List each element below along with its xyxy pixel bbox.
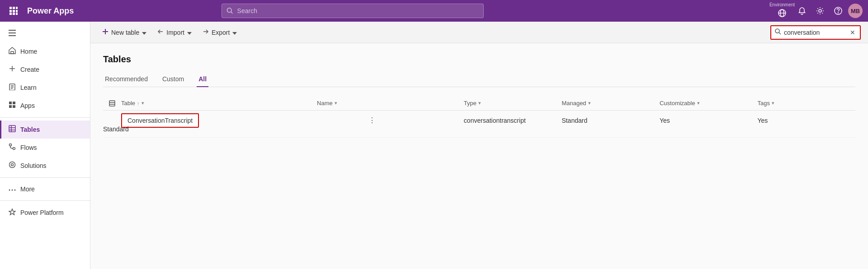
sidebar-item-learn[interactable]: Learn [0, 79, 90, 97]
sidebar-item-solutions[interactable]: Solutions [0, 157, 90, 175]
table-header: Table ↑ ▾ Name ▾ Type ▾ Managed ▾ [103, 96, 855, 111]
svg-point-16 [838, 13, 838, 13]
svg-point-9 [227, 8, 232, 13]
import-dropdown-icon [187, 29, 192, 36]
row-table-name-cell[interactable]: ConversationTranscript [121, 117, 317, 124]
svg-rect-0 [9, 7, 12, 9]
svg-rect-30 [13, 105, 15, 108]
new-table-dropdown-icon [142, 29, 146, 36]
svg-point-39 [9, 190, 10, 191]
svg-rect-18 [9, 32, 16, 33]
environment-icon[interactable] [774, 5, 790, 21]
solutions-icon [9, 161, 16, 170]
row-menu-cell[interactable]: ⋮ [299, 115, 446, 125]
svg-point-36 [13, 148, 15, 150]
tab-custom[interactable]: Custom [160, 72, 186, 87]
table-search-input[interactable] [784, 29, 847, 36]
topbar-search-box[interactable] [222, 4, 484, 18]
table-search-box[interactable]: ✕ [770, 25, 861, 40]
sidebar-learn-label: Learn [20, 84, 37, 91]
customizable-sort-icon[interactable]: ▾ [697, 100, 700, 106]
header-tags-col[interactable]: Tags ▾ [757, 100, 855, 107]
learn-icon [9, 83, 16, 92]
sidebar-item-power-platform[interactable]: Power Platform [0, 204, 90, 222]
svg-rect-29 [9, 105, 12, 108]
help-icon[interactable] [830, 3, 846, 19]
svg-point-46 [775, 29, 779, 33]
svg-line-47 [779, 32, 781, 34]
import-label: Import [166, 29, 184, 36]
grid-menu-icon[interactable] [5, 3, 22, 19]
sidebar-create-label: Create [20, 66, 39, 73]
row-managed-cell: Yes [660, 117, 758, 124]
sidebar-divider-3 [0, 200, 90, 201]
sidebar-item-create[interactable]: Create [0, 60, 90, 79]
svg-rect-17 [9, 30, 16, 31]
header-managed-col[interactable]: Managed ▾ [561, 100, 660, 107]
sidebar: Home Create Learn [0, 22, 90, 269]
environment-selector[interactable]: Environment [774, 0, 790, 21]
svg-point-38 [11, 164, 14, 166]
sidebar-apps-label: Apps [20, 102, 35, 109]
header-type-col[interactable]: Type ▾ [464, 100, 562, 107]
sidebar-item-more[interactable]: More [0, 181, 90, 198]
content-area: Tables Recommended Custom All [90, 43, 868, 269]
new-table-label: New table [111, 29, 139, 36]
svg-rect-28 [13, 102, 15, 104]
header-customizable-col[interactable]: Customizable ▾ [660, 100, 758, 107]
notification-icon[interactable] [794, 3, 810, 19]
sidebar-item-tables[interactable]: Tables [0, 121, 90, 139]
toolbar: New table Import [90, 22, 868, 43]
header-table-col[interactable]: Table ↑ ▾ [121, 100, 317, 107]
tags-sort-icon[interactable]: ▾ [772, 100, 774, 106]
export-button[interactable]: Export [198, 26, 241, 39]
sidebar-tables-label: Tables [20, 126, 40, 133]
main-content: New table Import [90, 22, 868, 269]
type-sort-icon[interactable]: ▾ [478, 100, 481, 106]
page-title: Tables [103, 54, 855, 65]
header-name-col[interactable]: Name ▾ [317, 100, 464, 107]
sidebar-menu-toggle[interactable] [0, 25, 90, 42]
svg-rect-5 [16, 10, 18, 12]
svg-point-14 [819, 9, 821, 12]
row-table-display-name: ConversationTranscript [121, 113, 199, 128]
sidebar-power-platform-label: Power Platform [20, 209, 64, 216]
import-button[interactable]: Import [153, 26, 196, 39]
header-select-col [103, 100, 121, 107]
svg-point-41 [14, 190, 16, 191]
home-icon [9, 47, 16, 56]
sidebar-item-home[interactable]: Home [0, 42, 90, 60]
user-avatar[interactable]: MB [848, 4, 863, 18]
row-context-menu-icon[interactable]: ⋮ [366, 115, 378, 125]
topbar-search-input[interactable] [237, 7, 479, 14]
table-search-clear-icon[interactable]: ✕ [850, 29, 855, 36]
svg-rect-7 [13, 13, 15, 15]
name-sort-icon[interactable]: ▾ [335, 100, 337, 106]
managed-sort-icon[interactable]: ▾ [588, 100, 591, 106]
table-sort-asc-icon: ↑ [137, 101, 140, 106]
import-icon [157, 28, 164, 36]
svg-rect-19 [9, 35, 16, 36]
tab-all[interactable]: All [197, 72, 208, 87]
svg-rect-2 [16, 7, 18, 9]
svg-rect-6 [9, 13, 12, 15]
svg-rect-20 [11, 51, 14, 54]
export-icon [203, 28, 209, 36]
table-sort-dropdown-icon[interactable]: ▾ [142, 100, 144, 106]
apps-icon [9, 101, 16, 110]
new-table-button[interactable]: New table [98, 26, 151, 39]
sidebar-home-label: Home [20, 48, 37, 55]
row-type-cell: Standard [561, 117, 660, 124]
app-title: Power Apps [27, 6, 74, 16]
tables-icon [9, 125, 16, 134]
sidebar-item-flows[interactable]: Flows [0, 139, 90, 157]
content-tabs: Recommended Custom All [103, 72, 855, 87]
sidebar-item-apps[interactable]: Apps [0, 97, 90, 115]
tab-recommended[interactable]: Recommended [103, 72, 150, 87]
settings-icon[interactable] [812, 3, 828, 19]
svg-rect-3 [9, 10, 12, 12]
sidebar-solutions-label: Solutions [20, 162, 47, 169]
table-row[interactable]: ConversationTranscript ⋮ conversationtra… [103, 111, 855, 138]
sidebar-divider-1 [0, 117, 90, 118]
svg-point-35 [9, 144, 12, 146]
